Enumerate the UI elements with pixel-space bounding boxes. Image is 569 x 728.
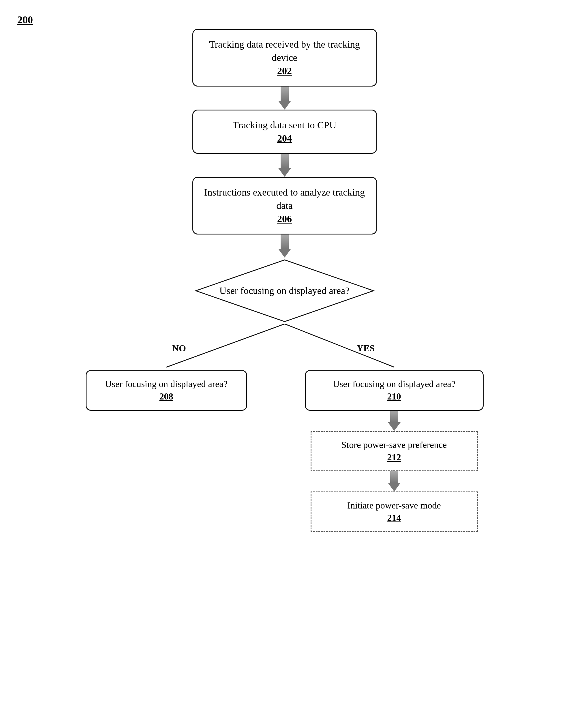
diamond-container: User focusing on displayed area? [192, 258, 377, 324]
box-206: Instructions executed to analyze trackin… [192, 177, 377, 234]
box-202-text: Tracking data received by the tracking d… [209, 39, 360, 63]
box-206-number: 206 [277, 213, 292, 224]
box-212: Store power-save preference 212 [311, 431, 478, 471]
right-branch: User focusing on displayed area? 210 Sto… [305, 370, 484, 532]
box-214-number: 214 [387, 513, 401, 523]
arrow-head-5 [388, 483, 401, 491]
box-212-number: 212 [387, 452, 401, 462]
box-210-number: 210 [387, 391, 401, 401]
branch-section: NO YES User focusing on displayed area? … [83, 324, 487, 583]
arrow-shaft-2 [281, 154, 289, 168]
box-212-text: Store power-save preference [341, 440, 447, 450]
arrow-shaft-5 [390, 471, 398, 483]
arrow-shaft-1 [281, 87, 289, 101]
arrow-1 [278, 87, 291, 110]
box-214: Initiate power-save mode 214 [311, 491, 478, 532]
box-202: Tracking data received by the tracking d… [192, 29, 377, 87]
diamond-text: User focusing on displayed area? [219, 284, 350, 297]
arrow-head-3 [278, 249, 291, 258]
diagram-number: 200 [17, 14, 33, 26]
arrow-5 [388, 471, 401, 491]
diamond-label: User focusing on displayed area? [219, 285, 350, 296]
box-210: User focusing on displayed area? 210 [305, 370, 484, 410]
arrow-shaft-3 [281, 234, 289, 249]
page-label: 200 [17, 14, 33, 26]
arrow-2 [278, 154, 291, 177]
arrow-head-2 [278, 168, 291, 177]
box-202-number: 202 [277, 65, 292, 76]
box-208-number: 208 [159, 391, 173, 401]
arrow-3 [278, 234, 291, 258]
box-210-text: User focusing on displayed area? [333, 379, 455, 389]
arrow-4 [388, 411, 401, 431]
box-204-text: Tracking data sent to CPU [233, 120, 337, 130]
flowchart: Tracking data received by the tracking d… [0, 29, 569, 583]
box-208: User focusing on displayed area? 208 [86, 370, 247, 410]
arrow-shaft-4 [390, 411, 398, 422]
arrow-head-4 [388, 422, 401, 431]
box-214-text: Initiate power-save mode [347, 500, 441, 511]
left-branch: User focusing on displayed area? 208 [86, 370, 247, 410]
box-204-number: 204 [277, 133, 292, 144]
branch-boxes-row: User focusing on displayed area? 208 Use… [83, 324, 487, 532]
arrow-head-1 [278, 101, 291, 110]
box-204: Tracking data sent to CPU 204 [192, 110, 377, 154]
box-208-text: User focusing on displayed area? [105, 379, 228, 389]
box-206-text: Instructions executed to analyze trackin… [204, 187, 365, 211]
